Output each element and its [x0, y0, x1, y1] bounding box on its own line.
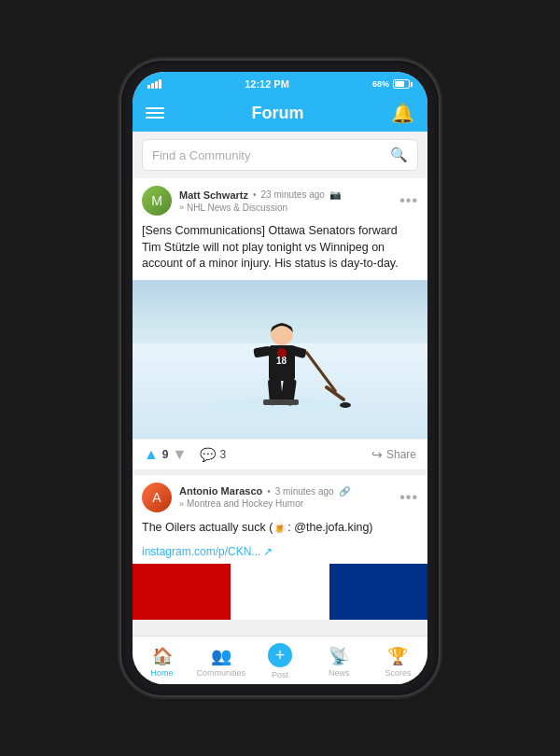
nav-news[interactable]: 📡 News — [310, 637, 369, 684]
phone-frame: 12:12 PM 68% Forum 🔔 F — [121, 61, 439, 695]
link-icon-post2: 🔗 — [339, 486, 350, 497]
scores-label: Scores — [385, 668, 411, 678]
battery-body — [393, 79, 410, 89]
post-author-2: Antonio Marasco — [179, 485, 262, 497]
post-community-row-1: » NHL News & Discussion — [179, 203, 392, 213]
post-link-text-2: instagram.com/p/CKN... — [142, 545, 260, 558]
top-nav: Forum 🔔 — [133, 94, 427, 132]
post-meta-1: Matt Schwartz • 23 minutes ago 📷 » NHL N… — [179, 189, 392, 213]
nav-post[interactable]: + Post — [250, 637, 309, 684]
status-time: 12:12 PM — [245, 78, 289, 90]
post-card-2: A Antonio Marasco • 3 minutes ago 🔗 » Mo… — [133, 475, 427, 621]
nav-scores[interactable]: 🏆 Scores — [369, 637, 427, 684]
avatar-1: M — [142, 186, 172, 216]
svg-line-9 — [306, 352, 336, 392]
search-bar[interactable]: Find a Community 🔍 — [142, 139, 418, 171]
hamburger-line-1 — [146, 107, 164, 109]
chevron-icon-1: » — [179, 203, 184, 212]
signal-bar-1 — [147, 85, 150, 89]
svg-point-11 — [340, 402, 351, 408]
post-image-2 — [133, 564, 427, 620]
share-label-1: Share — [386, 448, 416, 461]
vote-count-1: 9 — [162, 448, 169, 461]
signal-bar-4 — [159, 79, 161, 89]
post-header-2: A Antonio Marasco • 3 minutes ago 🔗 » Mo… — [133, 475, 427, 516]
signal-bars — [147, 79, 161, 89]
search-icon: 🔍 — [390, 147, 408, 163]
more-options-2[interactable]: ••• — [399, 489, 418, 506]
status-left — [147, 79, 161, 89]
svg-rect-8 — [280, 399, 299, 405]
svg-point-13 — [277, 348, 287, 357]
avatar-2: A — [142, 483, 172, 512]
more-options-1[interactable]: ••• — [399, 192, 418, 209]
hamburger-menu[interactable] — [146, 107, 164, 119]
hamburger-line-2 — [146, 112, 164, 114]
post-timestamp-2: 3 minutes ago — [275, 486, 334, 497]
svg-rect-7 — [263, 399, 282, 405]
share-section-1: ↪ Share — [371, 447, 416, 462]
phone-screen: 12:12 PM 68% Forum 🔔 F — [133, 72, 427, 684]
comment-icon-1: 💬 — [200, 447, 216, 462]
avatar-img-1: M — [142, 186, 172, 216]
communities-label: Communities — [197, 668, 246, 678]
app-title: Forum — [252, 104, 304, 123]
post-text-2: The Oilers actually suck (🍺: @the.jofa.k… — [133, 516, 427, 544]
post-meta-2: Antonio Marasco • 3 minutes ago 🔗 » Mont… — [179, 485, 392, 509]
hockey-player-svg: 18 — [205, 299, 355, 420]
scores-icon: 🏆 — [387, 646, 408, 666]
post-link-2[interactable]: instagram.com/p/CKN... ↗ — [133, 543, 427, 564]
signal-bar-2 — [151, 83, 154, 89]
avatar-img-2: A — [142, 483, 172, 512]
home-label: Home — [151, 668, 174, 678]
post-actions-1: ▲ 9 ▼ 💬 3 ↪ Share — [133, 439, 427, 469]
news-icon: 📡 — [329, 646, 349, 666]
post-plus-icon: + — [268, 643, 292, 667]
post-header-1: M Matt Schwartz • 23 minutes ago 📷 » NHL… — [133, 178, 427, 219]
nav-home[interactable]: 🏠 Home — [133, 637, 191, 684]
status-right: 68% — [372, 79, 413, 89]
home-icon: 🏠 — [152, 646, 173, 666]
status-bar: 12:12 PM 68% — [133, 72, 427, 94]
signal-bar-3 — [155, 81, 158, 89]
post-text-1: [Sens Communications] Ottawa Senators fo… — [133, 219, 427, 280]
search-placeholder: Find a Community — [152, 148, 383, 162]
post-community-1: NHL News & Discussion — [187, 203, 287, 213]
post-time-sep-2: • — [267, 486, 271, 497]
comment-section-1: 💬 3 — [200, 447, 226, 462]
upvote-button-1[interactable]: ▲ — [144, 446, 159, 463]
battery-icon — [393, 79, 413, 89]
post-author-row-1: Matt Schwartz • 23 minutes ago 📷 — [179, 189, 392, 201]
post-card-1: M Matt Schwartz • 23 minutes ago 📷 » NHL… — [133, 178, 427, 469]
news-label: News — [329, 668, 350, 678]
communities-icon: 👥 — [211, 646, 231, 666]
vote-section-1: ▲ 9 ▼ — [144, 446, 187, 463]
post-community-row-2: » Montrea and Hockey Humor — [179, 498, 392, 509]
downvote-button-1[interactable]: ▼ — [173, 446, 188, 463]
comment-count-1: 3 — [219, 448, 226, 461]
svg-rect-3 — [253, 345, 271, 357]
camera-icon-post1: 📷 — [329, 189, 341, 200]
chevron-icon-2: » — [179, 499, 184, 509]
battery-tip — [411, 82, 413, 87]
flag-red — [133, 564, 231, 620]
post-time-1: • — [253, 189, 257, 200]
content-area: M Matt Schwartz • 23 minutes ago 📷 » NHL… — [133, 178, 427, 636]
post-author-row-2: Antonio Marasco • 3 minutes ago 🔗 — [179, 485, 392, 497]
post-community-2: Montrea and Hockey Humor — [187, 498, 303, 509]
battery-pct: 68% — [372, 79, 389, 89]
battery-fill — [395, 81, 404, 87]
post-author-1: Matt Schwartz — [179, 189, 248, 201]
post-label: Post — [272, 670, 288, 679]
nav-communities[interactable]: 👥 Communities — [191, 637, 250, 684]
post-timestamp-1: 23 minutes ago — [260, 189, 324, 200]
external-link-icon-2: ↗ — [263, 545, 273, 558]
bottom-nav: 🏠 Home 👥 Communities + Post 📡 News 🏆 Sco… — [133, 636, 427, 684]
flag-blue — [329, 564, 427, 620]
post-image-1: 18 — [133, 280, 427, 439]
flag-white — [231, 564, 329, 620]
notification-bell-icon[interactable]: 🔔 — [391, 102, 414, 124]
hamburger-line-3 — [146, 117, 164, 119]
share-icon-1[interactable]: ↪ — [371, 447, 383, 462]
